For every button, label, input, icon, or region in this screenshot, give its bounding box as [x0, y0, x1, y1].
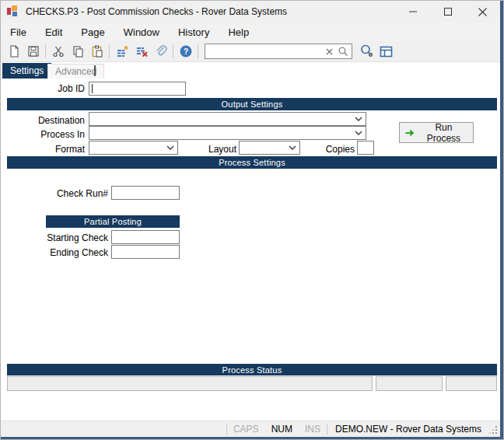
- chevron-down-icon: [355, 131, 362, 136]
- menu-item-edit[interactable]: Edit: [36, 24, 72, 40]
- starting-check-input[interactable]: [111, 230, 180, 244]
- ending-check-input[interactable]: [111, 245, 180, 259]
- app-window: CHECKS.P3 - Post Commission Checks - Rov…: [0, 0, 504, 440]
- toolbar-separator: [198, 44, 198, 58]
- search-clear-button[interactable]: [323, 47, 336, 57]
- menu-item-file[interactable]: File: [1, 24, 36, 40]
- format-label: Format: [1, 144, 85, 155]
- menu-bar: File Edit Page Window History Help: [1, 23, 500, 41]
- paste-icon: [90, 44, 104, 58]
- tab-divider: [94, 65, 96, 76]
- search-box[interactable]: [205, 44, 352, 59]
- run-arrow-icon: [404, 127, 415, 138]
- toolbar: ?: [1, 41, 500, 62]
- lookup-icon: [359, 44, 375, 59]
- check-run-label: Check Run#: [1, 188, 108, 199]
- copies-label: Copies: [269, 144, 355, 155]
- svg-text:?: ?: [183, 47, 187, 56]
- ending-check-label: Ending Check: [1, 247, 108, 258]
- ins-indicator: INS: [299, 424, 327, 435]
- resize-grip-icon[interactable]: [489, 426, 498, 435]
- job-id-input[interactable]: [89, 82, 186, 96]
- copy-icon: [71, 44, 85, 58]
- paste-button[interactable]: [87, 42, 107, 61]
- num-indicator: NUM: [265, 424, 299, 435]
- check-run-input[interactable]: [111, 186, 180, 200]
- status-bar: CAPS NUM INS DEMO.NEW - Rover Data Syste…: [1, 421, 500, 437]
- cut-button[interactable]: [48, 42, 68, 61]
- tab-advanced[interactable]: Advanced: [47, 64, 104, 79]
- output-settings-header: Output Settings: [7, 98, 497, 110]
- search-go-button[interactable]: [336, 46, 350, 57]
- toolbar-separator: [173, 44, 173, 58]
- close-button[interactable]: [465, 1, 500, 23]
- copies-input[interactable]: [357, 141, 374, 155]
- starting-check-label: Starting Check: [1, 232, 108, 243]
- process-in-select[interactable]: [89, 126, 366, 140]
- window-frame-bottom: [1, 437, 503, 439]
- insert-row-icon: [115, 44, 129, 58]
- destination-label: Destination: [1, 115, 85, 126]
- menu-item-page[interactable]: Page: [72, 24, 114, 40]
- app-icon: [7, 5, 19, 18]
- copy-button[interactable]: [68, 42, 87, 61]
- new-document-icon: [7, 44, 21, 58]
- process-status-cell: [376, 376, 443, 391]
- search-input[interactable]: [205, 45, 323, 58]
- run-process-label: Run Process: [419, 122, 468, 144]
- help-icon: ?: [179, 44, 193, 58]
- delete-row-icon: [135, 44, 149, 58]
- caps-indicator: CAPS: [227, 424, 265, 435]
- close-icon: [478, 8, 487, 16]
- lookup-button[interactable]: [357, 42, 376, 61]
- run-process-button[interactable]: Run Process: [399, 122, 474, 143]
- attachment-icon: [154, 44, 168, 58]
- tab-settings[interactable]: Settings: [2, 63, 51, 79]
- help-button[interactable]: ?: [176, 42, 195, 61]
- chevron-down-icon: [355, 117, 362, 122]
- destination-select[interactable]: [89, 112, 366, 126]
- layout-view-icon: [379, 44, 394, 59]
- text-cursor: [92, 84, 93, 93]
- menu-item-window[interactable]: Window: [114, 24, 169, 40]
- layout-label: Layout: [151, 144, 236, 155]
- insert-row-button[interactable]: [112, 42, 131, 61]
- toolbar-separator: [109, 44, 110, 58]
- toolbar-separator: [45, 44, 46, 58]
- maximize-button[interactable]: [430, 1, 465, 23]
- menu-item-help[interactable]: Help: [219, 24, 258, 40]
- cut-icon: [51, 44, 65, 58]
- save-icon: [26, 44, 40, 58]
- clear-icon: [324, 47, 334, 57]
- layout-view-button[interactable]: [376, 42, 396, 61]
- window-frame-right: [500, 1, 503, 439]
- new-document-button[interactable]: [4, 42, 23, 61]
- process-settings-header: Process Settings: [7, 156, 497, 169]
- maximize-icon: [444, 8, 452, 16]
- process-status-cell: [7, 376, 373, 391]
- process-status-header: Process Status: [7, 364, 497, 375]
- partial-posting-header: Partial Posting: [46, 215, 180, 228]
- process-in-label: Process In: [1, 129, 85, 140]
- job-id-label: Job ID: [1, 83, 85, 94]
- delete-row-button[interactable]: [131, 42, 151, 61]
- attachment-button[interactable]: [151, 42, 170, 61]
- search-icon: [338, 46, 348, 57]
- minimize-icon: [409, 8, 417, 16]
- window-title: CHECKS.P3 - Post Commission Checks - Rov…: [26, 6, 287, 17]
- save-button[interactable]: [23, 42, 43, 61]
- minimize-button[interactable]: [395, 1, 430, 23]
- menu-item-history[interactable]: History: [169, 24, 219, 40]
- process-status-cell: [446, 376, 497, 391]
- title-bar: CHECKS.P3 - Post Commission Checks - Rov…: [1, 1, 500, 23]
- company-context: DEMO.NEW - Rover Data Systems: [327, 424, 489, 435]
